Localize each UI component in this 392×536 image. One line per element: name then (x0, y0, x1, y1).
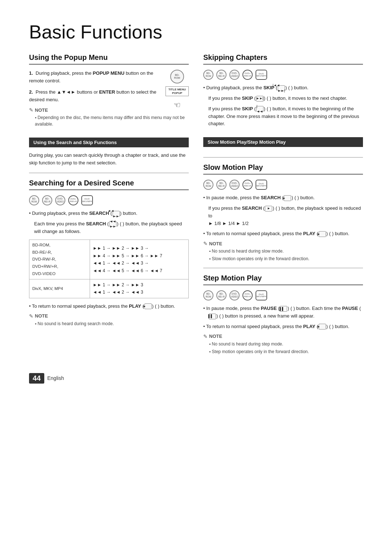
skip-disc-dvdrw-circle: DVD+RW/+R (242, 70, 253, 80)
section-searching-heading: Searching for a Desired Scene (29, 179, 189, 190)
disc-icons-skip: BD-ROM BD-RE/-R DVD-VIDEO DVD+RW/+R DivX… (203, 70, 363, 80)
popup-note-item: Depending on the disc, the menu items ma… (35, 114, 189, 127)
speed-table: BD-ROM,BD-RE/-R,DVD-RW/-R,DVD+RW/+R,DVD-… (29, 240, 189, 298)
popup-note-list: Depending on the disc, the menu items ma… (29, 114, 189, 127)
right-column: Skipping Chapters BD-ROM BD-RE/-R DVD-VI… (203, 53, 363, 358)
section-skipping-heading: Skipping Chapters (203, 53, 363, 65)
skip-sub2: If you press the SKIP (|◄◄) ( ) button, … (208, 105, 363, 128)
popup-step2: 2. Press the ▲▼◄► buttons or ENTER butto… (29, 89, 189, 104)
speed-table-row-2: DivX, MKV, MP4 ►► 1 → ►► 2 → ►► 3 ◄◄ 1 →… (29, 279, 189, 298)
search-note-title: ✎ NOTE (29, 313, 189, 319)
skip-disc-divx: DivX/MKV/MP4 (256, 70, 267, 80)
slow-disc-bd-re-circle: BD-RE/-R (216, 180, 226, 190)
step-disc-divx: DivX/MKV/MP4 (256, 290, 267, 300)
step-disc-dvdrw-circle: DVD+RW/+R (242, 290, 253, 300)
section-step-heading: Step Motion Play (203, 274, 363, 285)
skip-disc-divx-circle: DivX/MKV/MP4 (256, 70, 267, 80)
section-slow-motion: Slow Motion Play BD-ROM BD-RE/-R DVD-VID… (203, 163, 363, 262)
slow-bullet2: To return to normal speed playback, pres… (203, 230, 363, 238)
step-note-list: No sound is heard during step mode. Step… (203, 341, 363, 355)
popup-note-title: ✎ NOTE (29, 107, 162, 113)
section-slow-heading: Slow Motion Play (203, 163, 363, 175)
disc-divx: DivX/MKV/MP4 (81, 195, 93, 205)
speed-vals-1: ►► 1 → ►► 2 → ►► 3 → ►► 4 → ►► 5 → ►► 6 … (90, 240, 188, 279)
slow-note-item-1: No sound is heard during slow mode. (209, 248, 363, 254)
disc-bd-re-r: BD-RE/-R (42, 195, 52, 205)
slow-play-icon: ► (319, 231, 326, 237)
step-disc-bd-re: BD-RE/-R (216, 290, 226, 300)
disc-dvd-rw: DVD+RW/+R (68, 195, 78, 205)
note-pen-icon-3: ✎ (203, 241, 208, 246)
search-bullet1: During playback, press the SEARCH (◄◄ ►►… (29, 210, 189, 217)
slow-disc-divx-circle: DivX/MKV/MP4 (256, 180, 267, 190)
slow-disc-bd-rom: BD-ROM (203, 180, 213, 190)
step-note-item-1: No sound is heard during step mode. (209, 341, 363, 347)
disc-bd-re-r-circle: BD-RE/-R (42, 195, 52, 205)
skip-sub1: If you press the SKIP (►►|) ( ) button, … (208, 95, 363, 102)
page-footer: 44 English (29, 373, 363, 384)
speed-disc-1: BD-ROM,BD-RE/-R,DVD-RW/-R,DVD+RW/+R,DVD-… (29, 240, 90, 279)
slow-disc-bd-re: BD-RE/-R (216, 180, 226, 190)
page-number: 44 (29, 373, 44, 384)
skip-bullet1: During playback, press the SKIP (|◄◄ ►►|… (203, 84, 363, 92)
note-pen-icon: ✎ (29, 107, 33, 113)
search-skip-body: During play, you can search quickly thro… (29, 152, 189, 167)
slow-disc-dvd-circle: DVD-VIDEO (229, 180, 240, 190)
page-language: English (47, 375, 64, 381)
skip-disc-dvdrw: DVD+RW/+R (242, 70, 253, 80)
slow-note-list: No sound is heard during slow mode. Slow… (203, 248, 363, 262)
disc-bd-rom: BD-ROM (29, 195, 39, 205)
slow-disc-bd-rom-circle: BD-ROM (203, 180, 213, 190)
subsection-slow-step: Slow Motion Play/Step Motion Play (203, 137, 363, 147)
note-pen-icon-4: ✎ (203, 334, 208, 339)
search-note-list: No sound is heard during search mode. (29, 320, 189, 327)
step-bullet1: In pause mode, press the PAUSE (▐▐) ( ) … (203, 305, 363, 320)
slow-search-icon2: ► (265, 206, 272, 212)
separator-2 (203, 157, 363, 157)
disc-dvd-video-circle: DVD-VIDEO (55, 195, 65, 205)
step-note-item-2: Step motion operates only in the forward… (209, 348, 363, 355)
step-disc-dvd-circle: DVD-VIDEO (229, 290, 240, 300)
skip-prev-icon: |◄◄ (256, 106, 264, 112)
title-menu-label: TITLE MENU POPUP (166, 86, 189, 96)
disc-icons-slow: BD-ROM BD-RE/-R DVD-VIDEO DVD+RW/+R DivX… (203, 180, 363, 190)
section-skipping: Skipping Chapters BD-ROM BD-RE/-R DVD-VI… (203, 53, 363, 128)
subsection-search-skip: Using the Search and Skip Functions (29, 138, 189, 147)
section-step-motion: Step Motion Play BD-ROM BD-RE/-R DVD-VID… (203, 274, 363, 355)
step-bullet2: To return to normal speed playback, pres… (203, 323, 363, 331)
popup-step1: 1. During playback, press the POPUP MENU… (29, 70, 189, 85)
step-disc-dvd: DVD-VIDEO (229, 290, 240, 300)
skip-disc-bd-rom: BD-ROM (203, 70, 213, 80)
step-note-title: ✎ NOTE (203, 334, 363, 339)
bd-rom-icon-popup: BD-ROM (170, 70, 184, 83)
search-fwd-icon: ◄◄ ►► (113, 211, 120, 217)
skip-next-icon: ►►| (256, 96, 264, 102)
step-pause-icon: ▐▐ (280, 306, 287, 312)
disc-icons-step: BD-ROM BD-RE/-R DVD-VIDEO DVD+RW/+R DivX… (203, 290, 363, 300)
skip-disc-bd-re-circle: BD-RE/-R (216, 70, 226, 80)
speed-disc-2: DivX, MKV, MP4 (29, 279, 90, 298)
note-pen-icon-2: ✎ (29, 313, 33, 319)
hand-icon: ☜ (173, 101, 181, 110)
skip-disc-dvd: DVD-VIDEO (229, 70, 240, 80)
skip-disc-bd-re: BD-RE/-R (216, 70, 226, 80)
section-popup-menu: Using the Popup Menu BD-ROM TITLE MENU P… (29, 53, 189, 127)
step-note: ✎ NOTE No sound is heard during step mod… (203, 334, 363, 355)
search-icon-small: ◄◄ ►► (109, 221, 117, 227)
slow-search-icon: ► (284, 195, 291, 201)
slow-note-item-2: Slow motion operates only in the forward… (209, 255, 363, 262)
step-disc-bd-re-circle: BD-RE/-R (216, 290, 226, 300)
slow-bullet1: In pause mode, press the SEARCH (►) ( ) … (203, 194, 363, 202)
play-icon-search: ► (144, 303, 152, 309)
slow-disc-divx: DivX/MKV/MP4 (256, 180, 267, 190)
search-note-item: No sound is heard during search mode. (35, 320, 189, 327)
disc-divx-circle: DivX/MKV/MP4 (81, 195, 93, 205)
slow-note: ✎ NOTE No sound is heard during slow mod… (203, 241, 363, 262)
step-disc-bd-rom: BD-ROM (203, 290, 213, 300)
skip-disc-bd-rom-circle: BD-ROM (203, 70, 213, 80)
slow-note-title: ✎ NOTE (203, 241, 363, 246)
page-title: Basic Functions (29, 22, 363, 42)
separator-3 (203, 268, 363, 268)
disc-dvd-video: DVD-VIDEO (55, 195, 65, 205)
speed-vals-2: ►► 1 → ►► 2 → ►► 3 ◄◄ 1 → ◄◄ 2 → ◄◄ 3 (90, 279, 188, 298)
